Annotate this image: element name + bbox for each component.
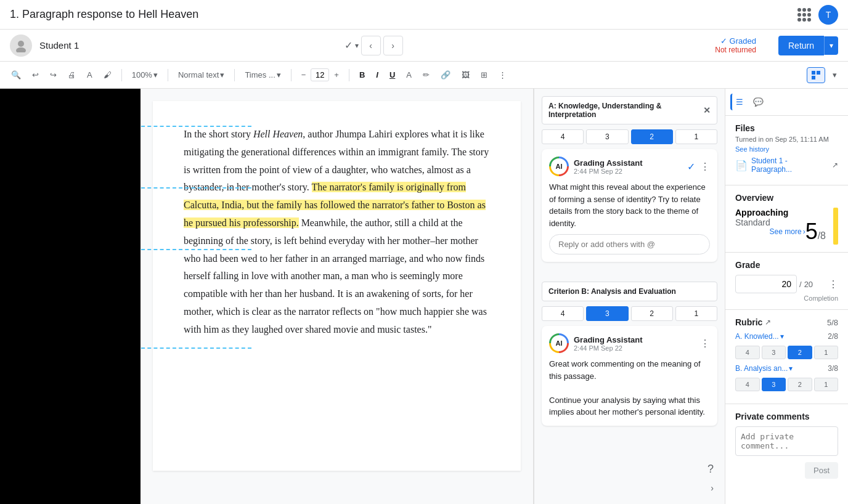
- comment-b-text: Great work commenting on the meaning of …: [549, 358, 710, 418]
- document-paper: In the short story Hell Heaven, author J…: [153, 101, 521, 471]
- highlighted-text: The narrator's family is originally from…: [184, 182, 486, 228]
- see-more-link[interactable]: See more ›: [735, 227, 805, 236]
- font-select[interactable]: Times ... ▾: [241, 68, 284, 82]
- rubric-b-score: 3/8: [828, 364, 838, 373]
- rubric-b-btn-3[interactable]: 3: [762, 378, 786, 391]
- rubric-b-label[interactable]: B. Analysis an... ▾: [735, 364, 828, 373]
- criterion-b-score-4[interactable]: 4: [542, 306, 584, 321]
- prev-student-button[interactable]: ‹: [361, 36, 381, 55]
- more-options-button[interactable]: ⋮: [495, 68, 510, 82]
- rubric-b-btn-4[interactable]: 4: [735, 378, 760, 391]
- italic-button[interactable]: I: [372, 68, 382, 82]
- next-student-button[interactable]: ›: [383, 36, 403, 55]
- link-button[interactable]: 🔗: [437, 68, 454, 82]
- grade-more-button[interactable]: ⋮: [828, 278, 838, 290]
- student-name: Student 1: [39, 40, 337, 51]
- rubric-a-btn-3[interactable]: 3: [762, 346, 786, 359]
- rubric-a-label[interactable]: A. Knowled... ▾: [735, 332, 828, 341]
- criterion-a-close[interactable]: ✕: [703, 105, 711, 115]
- check-button[interactable]: ✓: [344, 39, 353, 51]
- toggle-view-button[interactable]: [807, 67, 825, 83]
- criterion-a-header[interactable]: A: Knowledge, Understanding & Interpreta…: [542, 96, 717, 124]
- comment-a-check[interactable]: ✓: [687, 161, 695, 173]
- comment-card-b: AI Grading Assistant 2:44 PM Sep 22 ⋮ Gr…: [542, 326, 717, 426]
- text-color-button[interactable]: A: [402, 68, 415, 82]
- grading-assistant-avatar-b: AI: [549, 333, 569, 353]
- criterion-a-title: A: Knowledge, Understanding & Interpreta…: [548, 102, 703, 119]
- criterion-a-score-4[interactable]: 4: [542, 129, 584, 144]
- list-icon-button[interactable]: ☰: [730, 94, 747, 110]
- print-button[interactable]: 🖨: [64, 68, 80, 82]
- spellcheck-button[interactable]: A: [83, 68, 96, 82]
- svg-point-0: [18, 41, 24, 47]
- highlight-button[interactable]: ✏: [419, 68, 433, 82]
- rubric-a-btn-2[interactable]: 2: [788, 346, 812, 359]
- comment-a-more[interactable]: ⋮: [700, 161, 710, 173]
- criterion-b-score-3[interactable]: 3: [586, 306, 628, 321]
- criterion-a-section: A: Knowledge, Understanding & Interpreta…: [534, 89, 725, 274]
- redo-button[interactable]: ↪: [46, 68, 60, 82]
- see-history-link[interactable]: See history: [735, 145, 838, 153]
- font-size-control: − +: [298, 68, 343, 82]
- files-section: Files Turned in on Sep 25, 11:11 AM See …: [725, 116, 848, 185]
- image-button[interactable]: 🖼: [458, 68, 473, 82]
- grade-input[interactable]: [735, 275, 797, 293]
- table-button[interactable]: ⊞: [477, 68, 491, 82]
- rubric-title-row: Rubric ↗ 5/8: [735, 317, 838, 327]
- file-link-icon[interactable]: ↗: [832, 161, 838, 169]
- score-big: 5: [805, 219, 818, 245]
- top-bar-icons: T: [797, 5, 838, 25]
- comment-a-reply[interactable]: [549, 234, 710, 254]
- rubric-b-btn-1[interactable]: 1: [814, 378, 839, 391]
- expand-button[interactable]: ›: [707, 479, 717, 497]
- paint-format-button[interactable]: 🖌: [100, 68, 115, 82]
- criterion-b-score-2[interactable]: 2: [631, 306, 673, 321]
- help-button[interactable]: ?: [704, 459, 717, 479]
- overview-section: Overview Approaching Standard See more ›…: [725, 185, 848, 253]
- rubric-a-btn-1[interactable]: 1: [814, 346, 839, 359]
- avatar[interactable]: T: [818, 5, 838, 25]
- text-style-select[interactable]: Normal text ▾: [174, 68, 228, 82]
- rubric-total: 5/8: [827, 318, 838, 327]
- apps-icon[interactable]: [797, 8, 811, 22]
- criterion-a-score-2[interactable]: 2: [631, 129, 673, 144]
- font-size-increase[interactable]: +: [330, 68, 343, 82]
- rubric-a-score-buttons: 4 3 2 1: [735, 346, 838, 359]
- comment-icon-button[interactable]: 💬: [749, 94, 767, 110]
- search-button[interactable]: 🔍: [7, 68, 25, 82]
- comment-b-more[interactable]: ⋮: [700, 338, 710, 349]
- criterion-b-score-1[interactable]: 1: [675, 306, 717, 321]
- criterion-b-header[interactable]: Criterion B: Analysis and Evaluation: [542, 282, 717, 301]
- undo-button[interactable]: ↩: [28, 68, 43, 82]
- return-button[interactable]: Return: [778, 36, 824, 55]
- bold-button[interactable]: B: [356, 68, 369, 82]
- rubric-a-btn-4[interactable]: 4: [735, 346, 760, 359]
- rubric-b-btn-2[interactable]: 2: [788, 378, 812, 391]
- return-dropdown[interactable]: ▾: [824, 36, 838, 55]
- svg-rect-3: [817, 71, 820, 75]
- student-dropdown[interactable]: ▾: [355, 41, 359, 50]
- post-button[interactable]: Post: [805, 462, 838, 479]
- rubric-a-score: 2/8: [828, 332, 838, 341]
- overview-content: Approaching Standard See more › 5 /8: [735, 208, 838, 245]
- rubric-section: Rubric ↗ 5/8 A. Knowled... ▾ 2/8 4 3 2 1: [725, 310, 848, 404]
- criterion-b-title: Criterion B: Analysis and Evaluation: [548, 287, 676, 296]
- graded-label: ✓ Graded: [720, 36, 756, 46]
- criterion-a-score-3[interactable]: 3: [586, 129, 628, 144]
- criterion-a-score-1[interactable]: 1: [675, 129, 717, 144]
- file-item: 📄 Student 1 - Paragraph... ↗: [735, 153, 838, 177]
- underline-button[interactable]: U: [386, 68, 399, 82]
- view-options-button[interactable]: ▾: [829, 68, 841, 82]
- student-nav: ✓ ▾ ‹ ›: [344, 36, 403, 55]
- grade-section: Grade / 20 ⋮ Completion: [725, 253, 848, 310]
- file-name[interactable]: Student 1 - Paragraph...: [751, 156, 828, 174]
- font-size-decrease[interactable]: −: [298, 68, 310, 82]
- overview-score: 5 /8: [805, 208, 838, 245]
- rubric-link-icon[interactable]: ↗: [765, 318, 771, 327]
- private-comment-input[interactable]: [735, 426, 838, 456]
- zoom-select[interactable]: 100% ▾: [128, 68, 161, 82]
- font-size-input[interactable]: [311, 68, 329, 81]
- main-layout: In the short story Hell Heaven, author J…: [0, 89, 848, 504]
- toolbar: 🔍 ↩ ↪ 🖨 A 🖌 100% ▾ Normal text ▾ Times .…: [0, 62, 848, 89]
- toolbar-sep-4: [291, 69, 292, 81]
